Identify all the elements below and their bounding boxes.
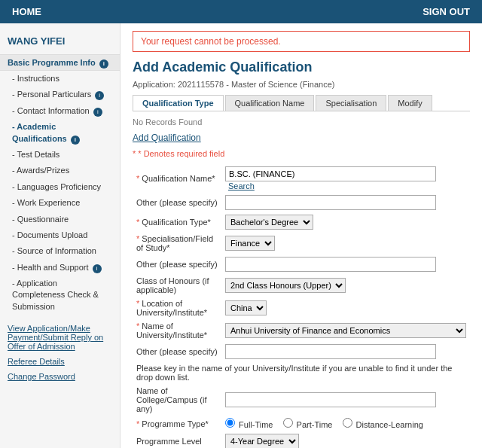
label-programme-level: Programme Level bbox=[133, 431, 222, 448]
main-content: Your request cannot be processed. Add Ac… bbox=[120, 23, 482, 448]
label-other2: Other (please specify) bbox=[133, 254, 222, 274]
alert-error-box: Your request cannot be processed. bbox=[133, 31, 470, 52]
sidebar-item-submission[interactable]: - Application Completeness Check & Submi… bbox=[0, 276, 120, 315]
sidebar-item-test[interactable]: - Test Details bbox=[0, 147, 120, 163]
info-icon-personal: i bbox=[95, 91, 104, 100]
sidebar-item-work[interactable]: - Work Experience bbox=[0, 195, 120, 211]
label-other1: Other (please specify) bbox=[133, 193, 222, 212]
sidebar-item-source[interactable]: - Source of Information bbox=[0, 243, 120, 259]
select-qualification-type[interactable]: Bachelor's Degree bbox=[225, 215, 313, 230]
row-specialisation: * Specialisation/Field of Study* Finance bbox=[133, 232, 469, 254]
row-location: * Location of University/Institute* Chin… bbox=[133, 297, 469, 319]
header: HOME SIGN OUT bbox=[0, 0, 482, 23]
row-other2: Other (please specify) bbox=[133, 254, 469, 274]
sidebar-username: WANG YIFEI bbox=[0, 31, 120, 54]
info-icon-contact: i bbox=[93, 108, 102, 117]
input-qualification-name[interactable] bbox=[225, 166, 436, 181]
row-qualification-name: * Qualification Name* Search bbox=[133, 164, 469, 193]
sidebar-item-instructions[interactable]: - Instructions bbox=[0, 71, 120, 87]
input-other3[interactable] bbox=[225, 344, 436, 359]
sidebar-item-personal[interactable]: - Personal Particulars i bbox=[0, 87, 120, 102]
label-location: * Location of University/Institute* bbox=[133, 297, 222, 319]
input-other1[interactable] bbox=[225, 195, 436, 210]
info-icon-health: i bbox=[93, 264, 102, 273]
signout-link[interactable]: SIGN OUT bbox=[423, 6, 470, 17]
label-qualification-type: * Qualification Type* bbox=[133, 212, 222, 232]
radio-distance[interactable] bbox=[343, 418, 352, 428]
row-college-name: Name of College/Campus (if any) bbox=[133, 384, 469, 416]
select-location[interactable]: China bbox=[225, 300, 267, 315]
radio-label-parttime[interactable]: Part-Time bbox=[283, 420, 333, 429]
input-college-name[interactable] bbox=[225, 392, 436, 407]
radio-label-fulltime[interactable]: Full-Time bbox=[225, 420, 273, 429]
label-class-honours: Class of Honours (if applicable) bbox=[133, 274, 222, 297]
search-link[interactable]: Search bbox=[228, 181, 255, 190]
required-note: * * Denotes required field bbox=[133, 149, 470, 158]
row-dropdown-note: Please key in the name of your Universit… bbox=[133, 361, 469, 384]
label-college-name: Name of College/Campus (if any) bbox=[133, 384, 222, 416]
select-specialisation[interactable]: Finance bbox=[225, 236, 275, 251]
sidebar-item-documents[interactable]: - Documents Upload bbox=[0, 227, 120, 243]
sidebar-item-languages[interactable]: - Languages Proficiency bbox=[0, 179, 120, 195]
label-other3: Other (please specify) bbox=[133, 342, 222, 361]
input-other2[interactable] bbox=[225, 257, 436, 272]
select-class-honours[interactable]: 2nd Class Honours (Upper) bbox=[225, 278, 346, 293]
sidebar-item-questionnaire[interactable]: - Questionnaire bbox=[0, 212, 120, 227]
sidebar-item-contact[interactable]: - Contact Information i bbox=[0, 103, 120, 119]
field-qualification-name: Search bbox=[222, 164, 469, 193]
sidebar-link-view-application[interactable]: View Application/Make Payment/Submit Rep… bbox=[0, 321, 120, 354]
tab-qualification-type[interactable]: Qualification Type bbox=[133, 95, 224, 111]
tab-modify[interactable]: Modify bbox=[388, 95, 432, 111]
label-specialisation: * Specialisation/Field of Study* bbox=[133, 232, 222, 254]
row-programme-level: Programme Level 4-Year Degree bbox=[133, 431, 469, 448]
row-university-name: * Name of University/Institute* Anhui Un… bbox=[133, 319, 469, 342]
sidebar-link-referee[interactable]: Referee Details bbox=[0, 354, 120, 369]
qualification-form: * Qualification Name* Search Other (plea… bbox=[133, 164, 470, 448]
layout: WANG YIFEI Basic Programme Info i - Inst… bbox=[0, 23, 482, 448]
sidebar-section-label: Basic Programme Info i bbox=[0, 54, 120, 71]
label-programme-type: * Programme Type* bbox=[133, 416, 222, 431]
row-class-honours: Class of Honours (if applicable) 2nd Cla… bbox=[133, 274, 469, 297]
add-qualification-link[interactable]: Add Qualification bbox=[133, 133, 470, 143]
label-qualification-name: * Qualification Name* bbox=[133, 164, 222, 193]
label-university-name: * Name of University/Institute* bbox=[133, 319, 222, 342]
sidebar-item-awards[interactable]: - Awards/Prizes bbox=[0, 163, 120, 178]
tabs-bar: Qualification Type Qualification Name Sp… bbox=[133, 95, 470, 111]
row-qualification-type: * Qualification Type* Bachelor's Degree bbox=[133, 212, 469, 232]
no-records-text: No Records Found bbox=[133, 117, 470, 126]
radio-group-programme-type: Full-Time Part-Time Distance-Learning bbox=[225, 418, 466, 429]
select-university-name[interactable]: Anhui University of Finance and Economic… bbox=[225, 323, 466, 338]
sidebar-item-academic[interactable]: - Academic Qualifications i bbox=[0, 119, 120, 147]
tab-qualification-name[interactable]: Qualification Name bbox=[225, 95, 315, 111]
home-link[interactable]: HOME bbox=[12, 6, 41, 17]
alert-message: Your request cannot be processed. bbox=[141, 36, 281, 47]
row-other3: Other (please specify) bbox=[133, 342, 469, 361]
select-programme-level[interactable]: 4-Year Degree bbox=[225, 434, 299, 448]
info-icon-academic: i bbox=[71, 136, 80, 145]
row-programme-type: * Programme Type* Full-Time Part-Time Di… bbox=[133, 416, 469, 431]
radio-parttime[interactable] bbox=[283, 418, 293, 428]
radio-label-distance[interactable]: Distance-Learning bbox=[343, 420, 423, 429]
sidebar-link-password[interactable]: Change Password bbox=[0, 369, 120, 384]
sidebar: WANG YIFEI Basic Programme Info i - Inst… bbox=[0, 23, 120, 448]
row-other1: Other (please specify) bbox=[133, 193, 469, 212]
application-subtitle: Application: 2021115578 - Master of Scie… bbox=[133, 80, 470, 89]
sidebar-item-health[interactable]: - Health and Support i bbox=[0, 260, 120, 276]
tab-specialisation[interactable]: Specialisation bbox=[316, 95, 386, 111]
radio-fulltime[interactable] bbox=[225, 418, 235, 428]
info-icon: i bbox=[99, 59, 108, 69]
dropdown-note: Please key in the name of your Universit… bbox=[133, 361, 469, 384]
page-title: Add Academic Qualification bbox=[133, 59, 470, 75]
